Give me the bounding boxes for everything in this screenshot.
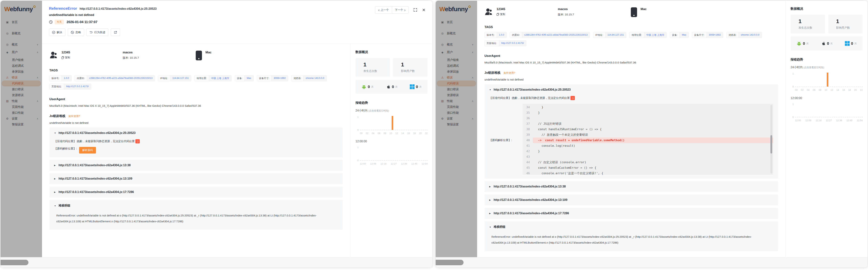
js-stack-title: Js错误堆栈 xyxy=(485,71,500,75)
user-avatar-icon xyxy=(485,7,493,16)
stack-frame-1[interactable]: ▶http://127.0.0.1:4173/assets/index-c62a… xyxy=(49,160,343,171)
sidebar: Webfunny ▣ 首页 ◎ 新概览 ◎ 概览 ∨ xyxy=(1,1,42,257)
hour-ticks: 000204060810121416182022 xyxy=(360,132,428,134)
trend-range[interactable]: 24小时内 (点击查看其它时段) xyxy=(790,65,863,69)
caret-right-icon: ▶ xyxy=(489,212,494,215)
prev-error-button[interactable]: ‹ 上一个 xyxy=(375,6,392,13)
close-drawer-button[interactable]: × xyxy=(422,7,425,13)
code-line: 36 xyxy=(523,116,773,121)
scrollbar-thumb[interactable] xyxy=(1,260,28,265)
error-detail-main: 12345 复制 macos 版本: 10.15.7 Mac xyxy=(42,44,350,257)
stack-frame-toggle[interactable]: ▼ http://127.0.0.1:4173/assets/index-c62… xyxy=(54,131,338,134)
windows-count: 0次 xyxy=(845,41,857,46)
modal-dim-overlay xyxy=(1,1,42,257)
stack-frame-toggle[interactable]: ▼ http://127.0.0.1:4173/assets/index-c62… xyxy=(489,88,773,91)
fullscreen-icon xyxy=(413,8,417,12)
howto-link[interactable]: 如何使用? xyxy=(503,71,515,74)
overview-title: 数据概况 xyxy=(790,7,863,11)
minute-ticks: 12:0012:0912:1812:2712:3612:4512:54 xyxy=(795,119,863,122)
trend-bar[interactable] xyxy=(392,116,393,130)
error-time: 2026-01-04 11:37:07 xyxy=(67,20,97,24)
next-error-button[interactable]: 下一个 › xyxy=(392,6,409,13)
error-detail-drawer: ReferenceError http://127.0.0.1:4173/ass… xyxy=(42,1,432,257)
stack-detail-text: ReferenceError: undefinedVariable is not… xyxy=(491,234,771,246)
code-scrollbar-thumb[interactable] xyxy=(770,135,772,153)
code-line: 43 xyxy=(523,154,773,159)
ban-icon xyxy=(71,31,74,34)
tag-pill: 地理位置: 中国 上海 上海市 xyxy=(629,32,666,38)
stack-detail-toggle[interactable]: ▼ 堆栈明细 xyxy=(54,204,338,208)
copy-user-id[interactable]: 复制 xyxy=(497,13,505,16)
stack-frame-1[interactable]: ▶http://127.0.0.1:4173/assets/index-c62a… xyxy=(485,181,778,192)
error-type-link[interactable]: ReferenceError xyxy=(49,6,77,11)
behavior-trace-button[interactable]: 行为轨迹 xyxy=(86,29,108,36)
stack-detail-toggle[interactable]: ▼ 堆栈明细 xyxy=(489,225,773,229)
stack-frame-2[interactable]: ▶http://127.0.0.1:4173/assets/index-c62a… xyxy=(485,194,778,205)
stack-frame-3[interactable]: ▶http://127.0.0.1:4173/assets/index-c62a… xyxy=(49,186,343,198)
resolve-button[interactable]: 解决 xyxy=(49,29,65,36)
horizontal-scrollbar[interactable] xyxy=(1,257,432,267)
code-line: 44// 自定义错误 (console.error) xyxy=(523,159,773,165)
tags-title: TAGS xyxy=(485,25,778,29)
modal-dim-overlay xyxy=(436,1,477,257)
caret-down-icon: ▼ xyxy=(54,132,59,134)
code-line: 37// JS运行时错误 xyxy=(523,121,773,126)
parse-source-button[interactable]: 解析源码 xyxy=(79,147,96,153)
caret-down-icon: ▼ xyxy=(54,205,59,207)
code-line: 35} xyxy=(523,110,773,116)
tags-title: TAGS xyxy=(49,69,343,72)
tag-pill: 设备尺寸: 3008×1692 xyxy=(692,32,723,38)
minute-ticks: 12:0012:0912:1812:2712:3612:4512:54 xyxy=(360,162,428,165)
source-code-block[interactable]: 34 } 35} 36 xyxy=(523,103,773,175)
line-number: 34 xyxy=(523,104,533,110)
overview-title: 数据概况 xyxy=(355,50,428,54)
screenshot-panel-left: Webfunny ▣ 首页 ◎ 新概览 ◎ 概览 ∨ xyxy=(1,1,432,267)
ignore-button[interactable]: 忽略 xyxy=(68,29,84,36)
stack-message: undefinedVariable is not defined xyxy=(49,121,343,124)
line-number: 45 xyxy=(523,165,533,171)
tag-pill: 版本号: 1.0.0 xyxy=(49,76,71,81)
scrollbar-thumb[interactable] xyxy=(436,260,464,265)
line-number: 41 xyxy=(523,143,533,149)
error-detail-main: 12345 复制 macos 版本: 10.15.7 Mac xyxy=(477,1,785,257)
code-scrollbar[interactable] xyxy=(770,105,772,174)
line-number: 35 xyxy=(523,110,533,116)
caret-right-icon: ▶ xyxy=(54,178,59,180)
trend-chart-minute: 10 xyxy=(790,103,863,117)
open-external-button[interactable] xyxy=(111,29,120,36)
chevron-right-icon: › xyxy=(404,8,406,12)
tag-pill: IP地址: 114.84.127.151 xyxy=(158,76,191,81)
affected-users-box: 1 影响用户数 xyxy=(828,15,863,33)
windows-count: 0次 xyxy=(410,84,422,89)
error-source-url: http://127.0.0.1:4173/assets/index-c62a4… xyxy=(80,7,157,10)
trend-chart-24h: 10 xyxy=(355,116,428,130)
trend-title: 报错趋势 xyxy=(355,101,428,105)
fullscreen-button[interactable] xyxy=(413,8,417,12)
trend-chart-24h: 10 xyxy=(790,72,863,87)
tags-list: 版本号: 1.0.0 内置ID: c2881264-4762-40f5-a221… xyxy=(49,76,343,92)
tag-pill: 设备: Mac xyxy=(670,32,689,38)
android-icon xyxy=(797,41,802,46)
copy-user-id[interactable]: 复制 xyxy=(61,56,70,59)
horizontal-scrollbar[interactable] xyxy=(436,257,867,267)
user-info-row: 12345 复制 macos 版本: 10.15.7 Mac xyxy=(49,51,343,60)
trend-bar[interactable] xyxy=(827,72,828,87)
useragent-value: Mozilla/5.0 (Macintosh; Intel Mac OS X 1… xyxy=(49,104,343,107)
trend-title: 报错趋势 xyxy=(790,57,863,62)
user-id: 12345 xyxy=(497,7,558,11)
trend-range[interactable]: 24小时内 (点击查看其它时段) xyxy=(355,109,428,113)
tag-pill: 页面地址: http://127.0.0.1:4173/ xyxy=(485,40,526,46)
code-line: 34 } xyxy=(523,104,773,110)
tag-pill: 内置ID: c2881264-4762-40f5-a221-a5da79caf3… xyxy=(510,32,590,38)
code-line: 42} xyxy=(523,149,773,154)
stack-frame-2[interactable]: ▶http://127.0.0.1:4173/assets/index-c62a… xyxy=(49,173,343,184)
user-os: macos xyxy=(558,7,631,11)
affected-users-box: 1 影响用户数 xyxy=(393,58,428,77)
stack-frame-3[interactable]: ▶http://127.0.0.1:4173/assets/index-c62a… xyxy=(485,208,778,219)
tag-pill: 内置ID: c2881264-4762-40f5-a221-a5da79caf3… xyxy=(75,76,155,81)
close-icon: × xyxy=(422,7,425,13)
external-link-icon xyxy=(114,31,117,34)
line-number: 43 xyxy=(523,154,533,159)
howto-link[interactable]: 如何使用? xyxy=(68,115,80,118)
line-number: 46 xyxy=(523,171,533,175)
